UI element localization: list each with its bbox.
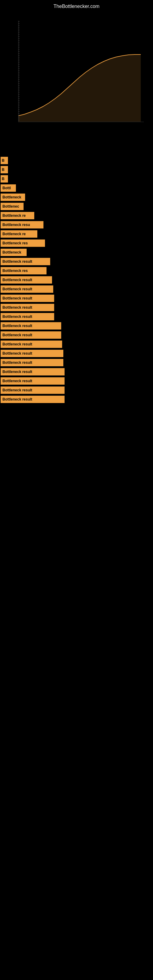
list-item: Bottl: [1, 185, 16, 192]
list-item: Bottleneck: [1, 194, 25, 201]
chart-svg: [0, 12, 153, 128]
list-item: Bottleneck result: [1, 313, 54, 320]
list-item: Bottleneck result: [1, 387, 65, 394]
list-item: Bottleneck result: [1, 285, 53, 293]
list-item: Bottleneck result: [1, 340, 62, 348]
list-item: B: [1, 166, 8, 173]
list-item: Bottleneck resu: [1, 221, 43, 229]
site-header: TheBottlenecker.com: [0, 0, 153, 12]
list-item: Bottleneck result: [1, 377, 65, 385]
list-item: Bottleneck result: [1, 368, 65, 375]
list-item: Bottleneck result: [1, 331, 61, 339]
list-item: Bottleneck result: [1, 350, 63, 357]
list-item: Bottleneck result: [1, 294, 54, 302]
list-item: Bottlenec: [1, 203, 24, 210]
list-item: Bottleneck result: [1, 276, 52, 283]
list-item: B: [1, 175, 8, 183]
site-title: TheBottlenecker.com: [0, 0, 153, 12]
list-item: Bottleneck result: [1, 304, 54, 311]
list-item: Bottleneck result: [1, 258, 50, 265]
list-item: B: [1, 157, 8, 164]
list-item: Bottleneck re: [1, 230, 37, 238]
list-item: Bottleneck result: [1, 396, 65, 403]
list-item: Bottleneck: [1, 249, 27, 256]
bottleneck-items-container: B B B Bottl Bottleneck Bottlenec Bottlen…: [0, 128, 153, 408]
list-item: Bottleneck re: [1, 212, 34, 219]
list-item: Bottleneck res: [1, 267, 46, 274]
chart-area: [0, 12, 153, 128]
list-item: Bottleneck res: [1, 240, 45, 247]
list-item: Bottleneck result: [1, 359, 63, 366]
list-item: Bottleneck result: [1, 322, 61, 329]
